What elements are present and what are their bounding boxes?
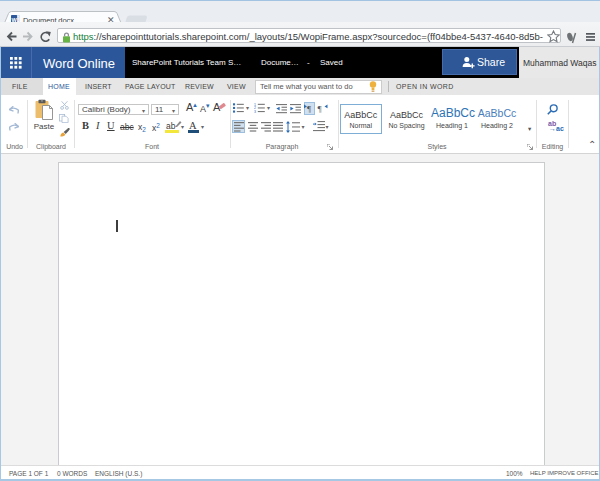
svg-text:¶: ¶ bbox=[318, 104, 322, 114]
svg-text:¶: ¶ bbox=[307, 104, 311, 114]
svg-text:3: 3 bbox=[254, 110, 256, 113]
